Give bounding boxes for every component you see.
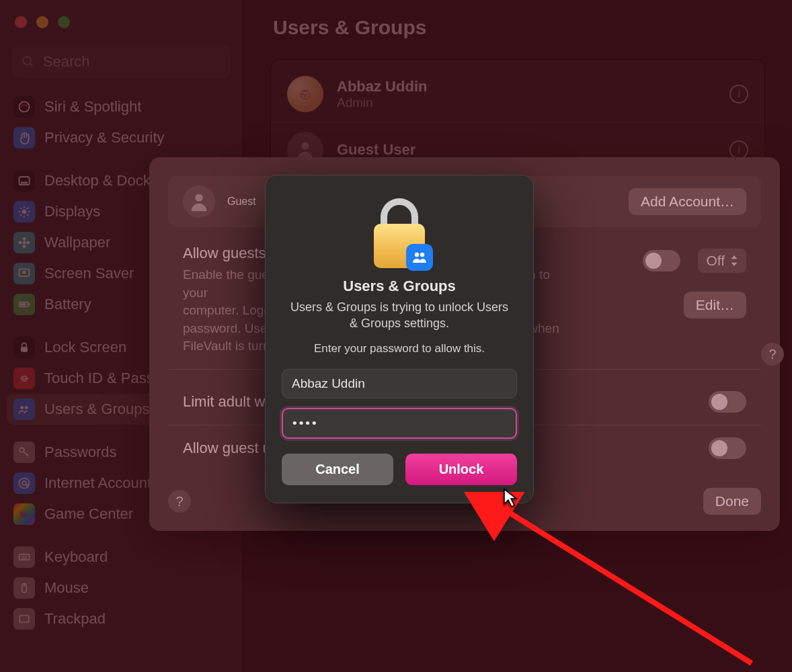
auth-message: Users & Groups is trying to unlock Users… bbox=[287, 299, 512, 332]
allow-connect-toggle[interactable] bbox=[709, 437, 746, 459]
allow-guests-toggle[interactable] bbox=[643, 250, 680, 271]
auth-prompt: Enter your password to allow this. bbox=[287, 341, 512, 357]
svg-point-42 bbox=[195, 194, 202, 202]
off-indicator[interactable]: Off bbox=[698, 249, 746, 273]
lock-users-icon bbox=[368, 196, 430, 269]
svg-point-44 bbox=[420, 253, 424, 257]
chevron-up-down-icon bbox=[730, 255, 738, 266]
limit-adult-toggle[interactable] bbox=[709, 391, 746, 413]
edit-button[interactable]: Edit… bbox=[684, 292, 746, 319]
done-button[interactable]: Done bbox=[703, 488, 761, 515]
person-icon bbox=[188, 190, 210, 213]
help-button[interactable]: ? bbox=[168, 490, 191, 513]
help-button[interactable]: ? bbox=[761, 343, 784, 366]
unlock-button[interactable]: Unlock bbox=[405, 454, 517, 485]
auth-title: Users & Groups bbox=[282, 278, 517, 295]
auth-dialog: Users & Groups Users & Groups is trying … bbox=[265, 175, 534, 503]
add-account-button[interactable]: Add Account… bbox=[629, 188, 746, 215]
users-icon bbox=[411, 249, 428, 265]
auth-username-input[interactable] bbox=[282, 369, 517, 398]
svg-point-43 bbox=[415, 253, 419, 257]
guest-label: Guest bbox=[227, 196, 256, 208]
avatar bbox=[183, 185, 215, 218]
cancel-button[interactable]: Cancel bbox=[282, 454, 393, 485]
auth-password-input[interactable] bbox=[282, 408, 517, 439]
mouse-cursor-icon bbox=[503, 488, 520, 508]
